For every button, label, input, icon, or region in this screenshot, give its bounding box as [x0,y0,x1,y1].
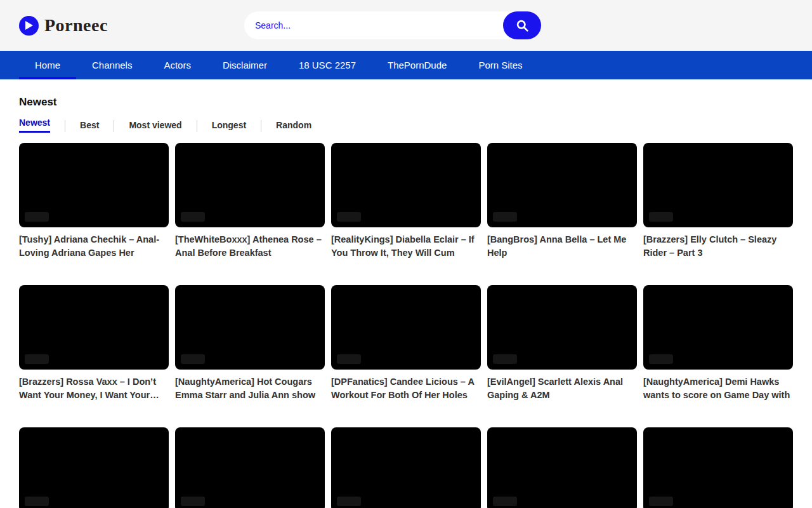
video-card-partial-4[interactable] [487,427,637,508]
video-card-9[interactable]: [EvilAngel] Scarlett Alexis Anal Gaping … [487,285,637,402]
header: Porneec [0,0,812,51]
video-card-partial-1[interactable] [19,427,169,508]
video-thumbnail[interactable] [487,427,637,508]
video-card-partial-3[interactable] [331,427,481,508]
video-title[interactable]: [DPFanatics] Candee Licious – A Workout … [331,375,481,402]
duration-badge [25,354,49,364]
video-title[interactable]: [Brazzers] Rossa Vaxx – I Don’t Want You… [19,375,169,402]
nav-item-actors[interactable]: Actors [148,51,207,79]
search-bar [244,11,541,39]
video-title[interactable]: [BangBros] Anna Bella – Let Me Help [487,233,637,260]
play-logo-icon [19,16,39,36]
duration-badge [181,212,205,222]
video-title[interactable]: [Tushy] Adriana Chechik – Anal-Loving Ad… [19,233,169,260]
video-card-7[interactable]: [NaughtyAmerica] Hot Cougars Emma Starr … [175,285,325,402]
video-thumbnail[interactable] [643,427,793,508]
video-title[interactable]: [NaughtyAmerica] Hot Cougars Emma Starr … [175,375,325,402]
nav-item-home[interactable]: Home [19,51,76,79]
duration-badge [337,354,361,364]
tab-most-viewed[interactable]: Most viewed [114,120,196,134]
video-grid: [Tushy] Adriana Chechik – Anal-Loving Ad… [19,143,793,508]
duration-badge [649,497,673,506]
duration-badge [25,497,49,506]
main-nav: HomeChannelsActorsDisclaimer18 USC 2257T… [0,51,812,79]
video-card-partial-2[interactable] [175,427,325,508]
search-input[interactable] [244,11,541,39]
nav-item-18-usc-2257[interactable]: 18 USC 2257 [283,51,372,79]
nav-item-channels[interactable]: Channels [76,51,148,79]
search-button[interactable] [503,11,541,39]
video-card-2[interactable]: [TheWhiteBoxxx] Athenea Rose – Anal Befo… [175,143,325,260]
video-title[interactable]: [EvilAngel] Scarlett Alexis Anal Gaping … [487,375,637,402]
duration-badge [493,354,517,364]
video-thumbnail[interactable] [643,143,793,227]
brand-logo[interactable]: Porneec [19,15,108,36]
tab-random[interactable]: Random [261,120,326,134]
video-card-6[interactable]: [Brazzers] Rossa Vaxx – I Don’t Want You… [19,285,169,402]
video-card-5[interactable]: [Brazzers] Elly Clutch – Sleazy Rider – … [643,143,793,260]
video-card-4[interactable]: [BangBros] Anna Bella – Let Me Help [487,143,637,260]
duration-badge [181,497,205,506]
nav-item-disclaimer[interactable]: Disclaimer [207,51,283,79]
video-title[interactable]: [Brazzers] Elly Clutch – Sleazy Rider – … [643,233,793,260]
video-thumbnail[interactable] [487,143,637,227]
duration-badge [493,212,517,222]
video-thumbnail[interactable] [175,143,325,227]
duration-badge [181,354,205,364]
duration-badge [649,212,673,222]
duration-badge [337,497,361,506]
brand-name: Porneec [44,15,108,36]
video-title[interactable]: [NaughtyAmerica] Demi Hawks wants to sco… [643,375,793,402]
duration-badge [649,354,673,364]
sort-tabs: NewestBestMost viewedLongestRandom [19,117,793,137]
video-card-1[interactable]: [Tushy] Adriana Chechik – Anal-Loving Ad… [19,143,169,260]
tab-best[interactable]: Best [65,120,114,134]
nav-item-porn-sites[interactable]: Porn Sites [462,51,538,79]
video-thumbnail[interactable] [643,285,793,370]
video-thumbnail[interactable] [175,285,325,370]
search-icon [516,19,529,32]
video-title[interactable]: [TheWhiteBoxxx] Athenea Rose – Anal Befo… [175,233,325,260]
page-title: Newest [19,96,793,109]
tab-longest[interactable]: Longest [197,120,261,134]
video-thumbnail[interactable] [331,427,481,508]
main-content: Newest NewestBestMost viewedLongestRando… [0,96,812,508]
duration-badge [25,212,49,222]
video-card-10[interactable]: [NaughtyAmerica] Demi Hawks wants to sco… [643,285,793,402]
video-title[interactable]: [RealityKings] Diabella Eclair – If You … [331,233,481,260]
video-thumbnail[interactable] [331,143,481,227]
nav-item-theporndude[interactable]: ThePornDude [372,51,462,79]
video-thumbnail[interactable] [487,285,637,370]
video-thumbnail[interactable] [175,427,325,508]
video-card-3[interactable]: [RealityKings] Diabella Eclair – If You … [331,143,481,260]
duration-badge [337,212,361,222]
duration-badge [493,497,517,506]
video-thumbnail[interactable] [19,427,169,508]
tab-newest[interactable]: Newest [19,117,65,137]
video-thumbnail[interactable] [19,143,169,227]
video-thumbnail[interactable] [19,285,169,370]
video-thumbnail[interactable] [331,285,481,370]
video-card-8[interactable]: [DPFanatics] Candee Licious – A Workout … [331,285,481,402]
video-card-partial-5[interactable] [643,427,793,508]
